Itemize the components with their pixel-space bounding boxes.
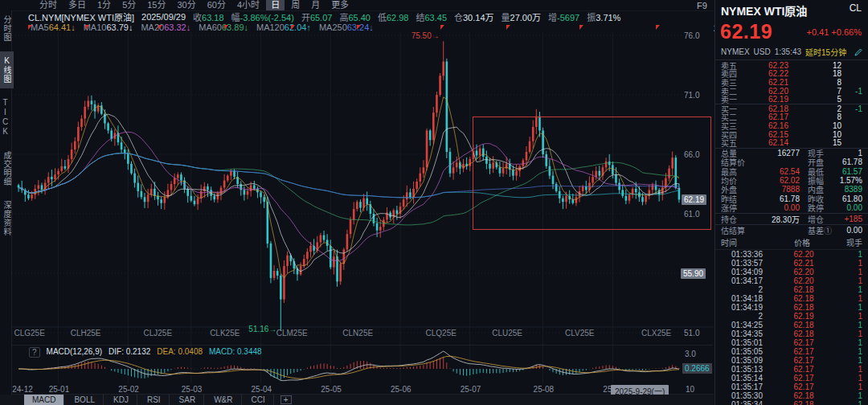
trade-price: 62.17 [763, 347, 845, 356]
trade-qty: 1 [845, 303, 862, 312]
trade-row: 01:35:0962.171 [715, 356, 868, 365]
book-price: 62.22 [747, 69, 788, 78]
indicator-tab-RSI[interactable]: RSI [139, 395, 170, 405]
trade-price: 62.17 [763, 374, 845, 382]
book-qty: 5 [788, 95, 841, 104]
trade-row: 01:35:1762.171 [715, 382, 868, 391]
contract-label-CLM25E: CLM25E [276, 329, 308, 338]
book-qty: 12 [788, 61, 841, 70]
stat-value: 28.30万 [755, 213, 800, 225]
stat-value: 8389 [832, 185, 862, 194]
left-view-tabs: 分时图K线图TICK成交明细深度资料 [0, 10, 12, 405]
book-qty-delta: -1 [841, 87, 862, 96]
trade-qty: 1 [845, 391, 862, 400]
indicator-tab-bar: MACDBOLLKDJRSISARW&RCCI+ [0, 395, 714, 405]
indicator-tab-MACD[interactable]: MACD [24, 395, 64, 405]
indicator-tab-BOLL[interactable]: BOLL [66, 395, 104, 405]
indicator-tab-KDJ[interactable]: KDJ [105, 395, 137, 405]
trade-time: 2 [721, 285, 763, 294]
book-price: 62.18 [747, 104, 788, 113]
stat-value: 61.78 [832, 158, 862, 166]
currency-label: USD [754, 47, 771, 56]
book-price: 62.21 [747, 78, 788, 87]
stat-value: +185 [832, 215, 862, 223]
trade-row: 262.181 [715, 285, 868, 294]
trade-row: 01:34:2562.181 [715, 321, 868, 329]
trade-price: 62.18 [763, 391, 845, 400]
trade-qty: 1 [845, 400, 862, 405]
exchange-label: NYMEX [721, 47, 750, 56]
trade-price: 62.21 [763, 259, 845, 268]
trade-time: 01:34:25 [721, 321, 763, 329]
instrument-title: NYMEX WTI原油 [721, 2, 807, 18]
macd-tag-value: 0.2666 [685, 364, 710, 373]
stat-value: 0.00 [832, 203, 862, 212]
trading-terminal: 分时图K线图TICK成交明细深度资料 分时多日1分5分15分30分60分4小时日… [0, 0, 868, 405]
book-qty: 10 [788, 121, 841, 130]
date-tick-25-06: 25-06 [391, 385, 411, 394]
price-tick: 76.0 [684, 31, 699, 40]
contract-label-CLU25E: CLU25E [492, 329, 522, 338]
contract-label-CLK25E: CLK25E [210, 329, 240, 338]
last-price-tag: 62.19 [682, 194, 706, 205]
trade-price: 62.17 [763, 338, 845, 347]
sidebar-item-3[interactable]: TICK [0, 93, 10, 141]
help-icon[interactable]: ? [29, 347, 40, 358]
event-flag [158, 25, 162, 30]
add-indicator-button[interactable]: + [280, 395, 292, 404]
trade-row: 01:35:3462.181 [715, 400, 868, 405]
trade-price: 62.20 [763, 268, 845, 276]
stat-value: 1.57% [832, 176, 862, 185]
indicator-tab-W&R[interactable]: W&R [206, 395, 241, 405]
trades-col-qty: 现手 [841, 236, 862, 248]
trade-row: 01:34:3562.181 [715, 329, 868, 338]
book-row: 买五62.1415 [715, 138, 868, 147]
contract-label-CLX25E: CLX25E [641, 329, 671, 338]
event-flag [85, 25, 89, 30]
macd-dif-value: DIF: 0.2132 [108, 347, 150, 358]
event-flag [579, 25, 583, 30]
date-tick-25-03: 25-03 [182, 385, 203, 394]
book-price: 62.14 [747, 138, 788, 147]
pencil-icon[interactable] [854, 48, 862, 56]
price-level-tag: 55.90 [681, 268, 706, 279]
trade-price: 62.18 [763, 400, 845, 405]
contract-label-CLV25E: CLV25E [565, 329, 595, 338]
book-qty: 8 [788, 78, 841, 87]
trade-price: 62.18 [763, 294, 845, 303]
stat-value: 7888 [755, 185, 800, 194]
contract-axis: CLG25ECLH25ECLJ25ECLK25ECLM25ECLN25ECLQ2… [12, 329, 682, 340]
stat-value: 0.00 [832, 226, 862, 235]
trade-price: 62.19 [763, 312, 845, 321]
trade-time: 01:35:30 [721, 391, 763, 400]
stat-value: 61.57 [832, 167, 862, 176]
trade-price: 62.20 [763, 250, 845, 259]
trade-time: 01:34:19 [721, 303, 763, 312]
trade-time: 01:34:35 [721, 329, 763, 338]
trade-qty: 1 [845, 347, 862, 356]
macd-value-tag: 0.2666 [682, 363, 712, 374]
trade-qty: 1 [845, 250, 862, 259]
trade-qty: 1 [845, 321, 862, 329]
stat-label: 增仓 [800, 213, 832, 225]
trade-time: 01:35:09 [721, 356, 763, 365]
book-qty-delta: -1 [841, 104, 862, 113]
book-price: 62.19 [747, 95, 788, 104]
stats-row: 涨停0.00跌停0.00 [715, 203, 868, 212]
trades-header: 时间价格现手 [715, 235, 868, 250]
stats-block: 总量16277现手1结算价开盘61.78最高62.54最低61.57均价62.0… [715, 149, 868, 235]
indicator-tab-CCI[interactable]: CCI [244, 395, 274, 405]
trade-row: 01:33:5762.211 [715, 259, 868, 268]
price-tick: 66.0 [684, 150, 699, 159]
trade-row: 01:33:3662.201 [715, 250, 868, 259]
order-book[interactable]: 卖五62.2312卖四62.2218卖三62.218卖二62.207-1卖一62… [715, 60, 868, 149]
delay-badge: 延时15分钟 [805, 46, 846, 58]
trade-qty: 1 [845, 285, 862, 294]
event-flag [656, 25, 660, 30]
macd-title: MACD(12,26,9) [47, 347, 102, 358]
trade-time: 01:35:14 [721, 374, 763, 382]
time-and-sales[interactable]: 01:33:3662.20101:33:5762.21101:34:0962.2… [715, 250, 868, 405]
indicator-tab-SAR[interactable]: SAR [171, 395, 205, 405]
trade-price: 62.18 [763, 303, 845, 312]
book-price: 62.16 [747, 121, 788, 130]
